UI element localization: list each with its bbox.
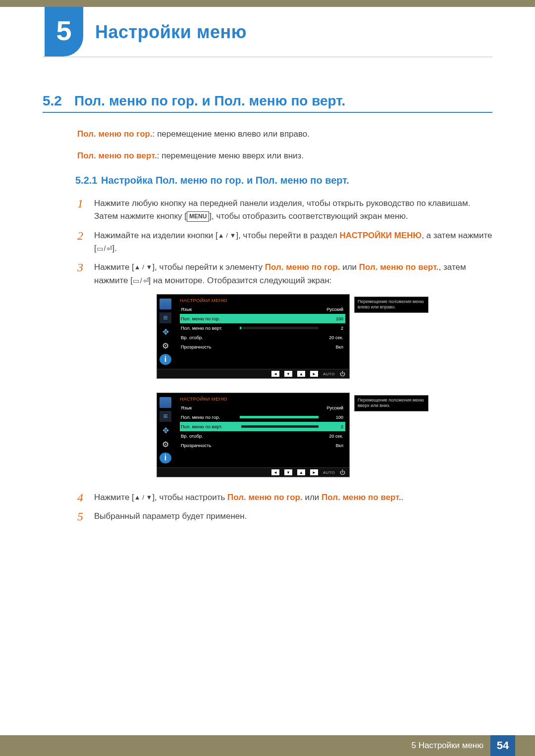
- nav-down-icon: ▼: [284, 469, 292, 475]
- nav-up-icon: ▲: [297, 371, 305, 377]
- osd-slider: [240, 406, 319, 409]
- text-fragment: Нажмите [: [94, 262, 134, 272]
- osd-screenshots: ≡ ✥ ⚙ i НАСТРОЙКИ МЕНЮ ЯзыкРусскийПол. м…: [157, 294, 492, 477]
- menu-key-icon: MENU: [187, 211, 209, 222]
- intro-line-2: Пол. меню по верт.: перемещение меню вве…: [77, 150, 492, 162]
- step-4: 4 Нажмите [▲ / ▼], чтобы настроить Пол. …: [77, 491, 492, 504]
- text-fragment: ] на мониторе. Отобразится следующий экр…: [149, 276, 332, 285]
- enter-icon: ▭ / ⏎: [133, 277, 149, 285]
- osd-row: ПрозрачностьВкл: [180, 342, 345, 352]
- up-down-icon: ▲ / ▼: [218, 232, 236, 239]
- osd-row-label: Вр. отобр.: [180, 335, 237, 340]
- info-icon: i: [160, 453, 171, 463]
- osd-slider: [240, 435, 319, 437]
- gear-icon: ⚙: [160, 340, 171, 351]
- monitor-icon: [160, 299, 171, 309]
- top-band: [0, 0, 535, 7]
- text-fragment: ], чтобы перейти в раздел: [236, 231, 339, 240]
- nav-left-icon: ◄: [271, 371, 279, 377]
- osd-tooltip: Перемещение положения меню вверх или вни…: [354, 395, 428, 411]
- osd-row-value: 20 сек.: [321, 434, 345, 439]
- step-number: 2: [77, 229, 94, 242]
- page-footer: 5 Настройки меню 54: [0, 735, 535, 756]
- position-icon: ✥: [160, 425, 171, 436]
- section-number: 5.2: [43, 93, 74, 109]
- inline-bold: Пол. меню по верт.: [359, 262, 439, 272]
- step-number: 4: [77, 491, 94, 504]
- text-fragment: ].: [112, 244, 116, 253]
- chapter-title: Настройки меню: [95, 22, 247, 43]
- nav-down-icon: ▼: [284, 371, 292, 377]
- inline-bold: НАСТРОЙКИ МЕНЮ: [340, 231, 422, 240]
- steps-list-cont: 4 Нажмите [▲ / ▼], чтобы настроить Пол. …: [77, 491, 492, 523]
- step-text: Выбранный параметр будет применен.: [94, 510, 247, 523]
- chapter-header: 5 Настройки меню: [0, 0, 535, 56]
- footer-label: 5 Настройки меню: [411, 741, 483, 751]
- osd-row: ЯзыкРусский: [180, 403, 345, 412]
- step-3: 3 Нажмите [▲ / ▼], чтобы перейти к элеме…: [77, 261, 492, 287]
- power-icon: ⏻: [340, 371, 345, 377]
- osd-row-label: Прозрачность: [180, 344, 237, 350]
- osd-row-value: Вкл: [321, 443, 345, 448]
- osd-row-label: Пол. меню по гор.: [180, 414, 237, 420]
- list-icon: ≡: [160, 411, 171, 422]
- footer-page-number: 54: [490, 735, 515, 756]
- osd-slider: [240, 327, 319, 329]
- osd-row-value: 20 сек.: [321, 335, 345, 340]
- section-title: Пол. меню по гор. и Пол. меню по верт.: [74, 93, 345, 108]
- osd-panel-1: ≡ ✥ ⚙ i НАСТРОЙКИ МЕНЮ ЯзыкРусскийПол. м…: [157, 294, 350, 379]
- osd-row: Пол. меню по гор.100: [180, 412, 345, 422]
- section-heading: 5.2Пол. меню по гор. и Пол. меню по верт…: [43, 93, 492, 109]
- step-number: 5: [77, 510, 94, 523]
- osd-slider: [240, 308, 319, 310]
- steps-list: 1 Нажмите любую кнопку на передней панел…: [77, 197, 492, 287]
- osd-nav-bar: ◄ ▼ ▲ ► AUTO ⏻: [157, 369, 349, 378]
- text-fragment: Нажмите [: [94, 493, 134, 502]
- osd-row-label: Пол. меню по гор.: [180, 316, 237, 321]
- osd-panel-2: ≡ ✥ ⚙ i НАСТРОЙКИ МЕНЮ ЯзыкРусскийПол. м…: [157, 393, 350, 477]
- osd-slider: [240, 416, 319, 418]
- intro-label-1: Пол. меню по гор.: [77, 129, 153, 139]
- intro-text-1: : перемещение меню влево или вправо.: [153, 129, 310, 139]
- text-fragment: ], чтобы настроить: [152, 493, 227, 502]
- osd-main: НАСТРОЙКИ МЕНЮ ЯзыкРусскийПол. меню по г…: [176, 295, 349, 369]
- up-down-icon: ▲ / ▼: [134, 263, 153, 271]
- osd-nav-bar: ◄ ▼ ▲ ► AUTO ⏻: [157, 467, 349, 477]
- gear-icon: ⚙: [160, 439, 171, 450]
- osd-rows: ЯзыкРусскийПол. меню по гор.100Пол. меню…: [180, 304, 345, 352]
- osd-row: Вр. отобр.20 сек.: [180, 333, 345, 342]
- osd-sidebar: ≡ ✥ ⚙ i: [157, 297, 174, 367]
- intro-line-1: Пол. меню по гор.: перемещение меню влев…: [77, 128, 492, 141]
- osd-row-value: 100: [321, 415, 345, 420]
- step-text: Нажимайте на изделии кнопки [▲ / ▼], что…: [94, 229, 492, 255]
- subsection-number: 5.2.1: [75, 175, 101, 186]
- osd-row-value: Вкл: [321, 345, 345, 350]
- nav-auto-label: AUTO: [323, 470, 335, 475]
- up-down-icon: ▲ / ▼: [134, 494, 153, 501]
- osd-main: НАСТРОЙКИ МЕНЮ ЯзыкРусскийПол. меню по г…: [176, 393, 349, 467]
- nav-up-icon: ▲: [297, 469, 305, 475]
- osd-slider: [240, 346, 319, 348]
- osd-slider: [240, 444, 319, 447]
- osd-rows: ЯзыкРусскийПол. меню по гор.100Пол. меню…: [180, 403, 345, 450]
- step-2: 2 Нажимайте на изделии кнопки [▲ / ▼], ч…: [77, 229, 492, 255]
- osd-slider: [240, 317, 319, 320]
- nav-right-icon: ►: [310, 371, 318, 377]
- inline-bold: Пол. меню по гор.: [227, 493, 303, 502]
- subsection-title: Настройка Пол. меню по гор. и Пол. меню …: [101, 175, 349, 186]
- text-fragment: или: [340, 262, 359, 272]
- monitor-icon: [160, 397, 171, 408]
- text-fragment: ], чтобы отобразить соответствующий экра…: [209, 211, 408, 221]
- osd-row-value: Русский: [321, 307, 345, 312]
- nav-auto-label: AUTO: [323, 372, 335, 376]
- position-icon: ✥: [160, 326, 171, 337]
- osd-row-value: 2: [321, 424, 345, 429]
- osd-row-label: Язык: [180, 306, 237, 312]
- osd-row-label: Вр. отобр.: [180, 433, 237, 439]
- intro-text-2: : перемещение меню вверх или вниз.: [157, 151, 304, 160]
- intro-label-2: Пол. меню по верт.: [77, 151, 157, 160]
- step-number: 1: [77, 197, 94, 210]
- power-icon: ⏻: [340, 469, 345, 475]
- osd-slider: [240, 425, 319, 428]
- osd-row-value: Русский: [321, 405, 345, 410]
